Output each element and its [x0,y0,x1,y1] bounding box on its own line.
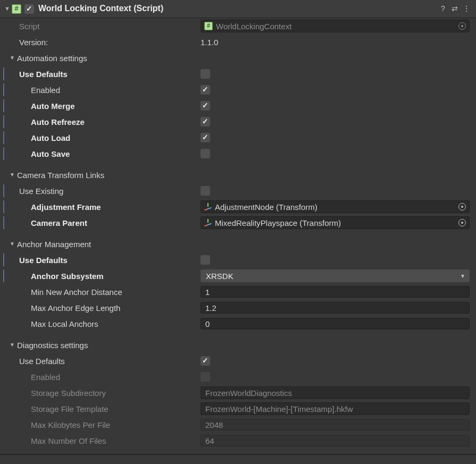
adjustment-frame-label: Adjustment Frame [10,201,201,213]
enabled-label: Enabled [10,372,201,383]
storage-subdir-row: Storage Subdirectory FrozenWorldDiagnost… [0,385,476,401]
anchor-header[interactable]: ▼ Anchor Management [0,236,476,252]
auto-save-row: Auto Save [0,146,476,162]
transform-icon [204,219,212,226]
camera-header[interactable]: ▼ Camera Transform Links [0,167,476,183]
max-anchor-edge-row: Max Anchor Edge Length 1.2 [0,300,476,316]
version-row: Version: 1.1.0 [0,34,476,50]
max-anchor-edge-field[interactable]: 1.2 [201,302,470,314]
automation-header[interactable]: ▼ Automation settings [0,50,476,66]
camera-parent-value: MixedRealityPlayspace (Transform) [215,217,341,229]
foldout-icon[interactable]: ▼ [10,341,17,349]
foldout-icon[interactable]: ▼ [4,5,12,13]
max-local-anchors-row: Max Local Anchors 0 [0,316,476,332]
object-picker-icon[interactable] [458,22,466,30]
divider [0,454,476,455]
auto-load-row: Auto Load [0,130,476,146]
use-defaults-label: Use Defaults [10,356,201,367]
enabled-row: Enabled [0,82,476,98]
use-defaults-label: Use Defaults [10,255,201,266]
camera-parent-row: Camera Parent MixedRealityPlayspace (Tra… [0,215,476,231]
max-files-label: Max Number Of Files [10,435,201,446]
anchor-subsystem-row: Anchor Subsystem XRSDK [0,268,476,284]
use-existing-row: Use Existing [0,183,476,199]
use-defaults-checkbox[interactable] [201,69,210,79]
storage-template-row: Storage File Template FrozenWorld-[Machi… [0,401,476,417]
csharp-icon: # [204,22,213,30]
anchor-use-defaults-row: Use Defaults [0,252,476,268]
auto-merge-label: Auto Merge [10,100,201,112]
component-enable-checkbox[interactable] [24,4,34,14]
max-files-row: Max Number Of Files 64 [0,433,476,449]
auto-load-checkbox[interactable] [201,133,210,142]
use-defaults-label: Use Defaults [10,69,201,80]
adjustment-frame-field[interactable]: AdjustmentNode (Transform) [201,200,470,213]
camera-parent-label: Camera Parent [10,217,201,229]
diagnostics-title: Diagnostics settings [17,340,88,351]
min-anchor-distance-field[interactable]: 1 [201,286,470,298]
adjustment-frame-value: AdjustmentNode (Transform) [215,201,318,213]
use-existing-label: Use Existing [10,185,201,197]
anchor-subsystem-dropdown[interactable]: XRSDK [201,269,470,282]
storage-subdir-field: FrozenWorldDiagnostics [201,386,470,399]
max-local-anchors-field[interactable]: 0 [201,318,470,330]
use-defaults-checkbox[interactable] [201,255,210,265]
foldout-icon[interactable]: ▼ [10,171,17,179]
script-reference-field[interactable]: # WorldLockingContext [201,20,470,32]
component-header[interactable]: ▼ # World Locking Context (Script) ? ⇄ ⋮ [0,0,476,18]
script-name: WorldLockingContext [216,21,291,32]
enabled-checkbox [201,372,210,382]
anchor-title: Anchor Management [17,239,91,250]
anchor-subsystem-label: Anchor Subsystem [10,271,201,282]
camera-title: Camera Transform Links [17,170,104,181]
use-existing-checkbox[interactable] [201,186,210,196]
max-anchor-edge-label: Max Anchor Edge Length [10,302,201,314]
version-value: 1.1.0 [201,37,470,48]
max-local-anchors-label: Max Local Anchors [10,318,201,330]
storage-template-label: Storage File Template [10,403,201,415]
component-title: World Locking Context (Script) [38,3,437,14]
foldout-icon[interactable]: ▼ [10,54,17,62]
menu-icon[interactable]: ⋮ [461,4,472,14]
help-icon[interactable]: ? [438,4,448,14]
script-label: Script [10,21,201,32]
diag-use-defaults-row: Use Defaults [0,353,476,369]
auto-load-label: Auto Load [10,132,201,144]
enabled-checkbox[interactable] [201,85,210,95]
automation-title: Automation settings [17,53,87,64]
object-picker-icon[interactable] [458,203,466,210]
adjustment-frame-row: Adjustment Frame AdjustmentNode (Transfo… [0,199,476,215]
auto-refreeze-label: Auto Refreeze [10,116,201,128]
diag-enabled-row: Enabled [0,369,476,385]
max-kb-label: Max Kilobytes Per File [10,419,201,431]
storage-subdir-label: Storage Subdirectory [10,387,201,399]
diagnostics-header[interactable]: ▼ Diagnostics settings [0,337,476,353]
object-picker-icon[interactable] [458,219,466,226]
preset-icon[interactable]: ⇄ [449,4,460,14]
auto-refreeze-checkbox[interactable] [201,117,210,126]
version-label: Version: [10,37,201,48]
automation-use-defaults-row: Use Defaults [0,66,476,82]
enabled-label: Enabled [10,85,201,96]
min-anchor-distance-row: Min New Anchor Distance 1 [0,284,476,300]
use-defaults-checkbox[interactable] [201,356,210,366]
foldout-icon[interactable]: ▼ [10,240,17,248]
max-files-field: 64 [201,435,470,446]
max-kb-row: Max Kilobytes Per File 2048 [0,417,476,433]
auto-refreeze-row: Auto Refreeze [0,114,476,130]
auto-merge-row: Auto Merge [0,98,476,114]
max-kb-field: 2048 [201,419,470,431]
auto-save-checkbox[interactable] [201,149,210,158]
min-anchor-distance-label: Min New Anchor Distance [10,286,201,298]
anchor-subsystem-value: XRSDK [206,271,233,282]
storage-template-field: FrozenWorld-[Machine]-[Timestamp].hkfw [201,402,470,415]
inspector-panel: ▼ # World Locking Context (Script) ? ⇄ ⋮… [0,0,476,464]
auto-save-label: Auto Save [10,148,201,159]
auto-merge-checkbox[interactable] [201,101,210,111]
script-icon: # [12,4,21,14]
transform-icon [204,203,212,210]
script-row: Script # WorldLockingContext [0,18,476,34]
camera-parent-field[interactable]: MixedRealityPlayspace (Transform) [201,216,470,229]
